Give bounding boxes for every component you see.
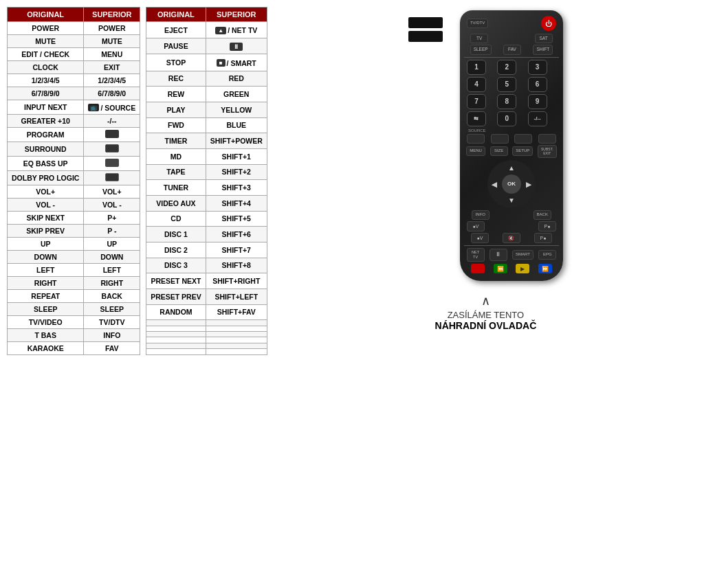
table1-row-19-superior: RIGHT [84, 276, 140, 289]
num-0-button[interactable]: 0 [497, 111, 516, 126]
table2-row-7-original: TIMER [146, 133, 206, 149]
table2-row-7-superior: SHIFT+POWER [206, 133, 267, 149]
table2-header-original: ORIGINAL [146, 8, 206, 22]
table2-row-14-original: DISC 2 [146, 242, 206, 258]
table2-row-10-original: TUNER [146, 180, 206, 196]
red-button[interactable] [471, 264, 485, 273]
pg-down-button[interactable]: P● [534, 233, 552, 243]
num-8-button[interactable]: 8 [497, 94, 516, 109]
sleep-button[interactable]: SLEEP [470, 45, 492, 54]
vol-up-button[interactable]: ●V [467, 221, 485, 231]
menu-button[interactable]: MENU [466, 146, 485, 156]
table1-row-24-original: KARAOKE [8, 341, 84, 354]
nav-left-arrow[interactable]: ◀ [492, 180, 497, 188]
table2-row-23-original [146, 343, 206, 348]
table2-row-13-original: DISC 1 [146, 227, 206, 242]
table2-header-superior: SUPERIOR [206, 8, 267, 22]
table2-row-11-original: VIDEO AUX [146, 195, 206, 211]
num-6-button[interactable]: 6 [528, 77, 547, 92]
icon-row [464, 134, 559, 144]
input-button[interactable]: ⇆ [467, 111, 486, 126]
table2-row-3-superior: RED [206, 71, 267, 87]
tv-sat-row: TV SAT [464, 34, 559, 43]
source-label: SOURCE [468, 128, 486, 133]
table1-row-20-superior: BACK [84, 289, 140, 302]
table1-row-1-superior: MUTE [84, 35, 140, 48]
table1-row-2-original: EDIT / CHECK [8, 48, 84, 61]
table2-row-22-superior [206, 337, 267, 343]
table1-row-14-superior: P+ [84, 211, 140, 224]
dash-button[interactable]: -/-- [528, 111, 547, 126]
black-bars [408, 17, 443, 42]
table1-row-22-original: TV/VIDEO [8, 315, 84, 328]
tv-button[interactable]: TV [470, 34, 488, 43]
ok-button[interactable]: OK [502, 174, 521, 194]
table1-row-15-superior: P - [84, 224, 140, 237]
table-2: ORIGINAL SUPERIOR EJECT▲ / NET TVPAUSE⏸S… [146, 7, 267, 355]
table2-row-20-superior [206, 326, 267, 331]
divider-2 [464, 245, 559, 246]
table2-row-9-superior: SHIFT+2 [206, 164, 267, 180]
table2-row-17-superior: SHIFT+LEFT [206, 289, 267, 304]
number-grid: 1 2 3 4 5 6 7 8 9 ⇆ 0 -/-- [467, 60, 556, 126]
table1-row-19-original: RIGHT [8, 276, 84, 289]
subst-exit-button[interactable]: SUBST.EXIT [538, 145, 557, 158]
num-1-button[interactable]: 1 [467, 60, 486, 75]
ffwd-button[interactable]: ⏩ [538, 264, 552, 273]
mute-button[interactable]: 🔇 [503, 233, 520, 243]
smart-button[interactable]: SMART [512, 250, 534, 260]
square1-button[interactable] [467, 134, 485, 144]
fav-button[interactable]: FAV [503, 45, 521, 54]
pause-button[interactable]: ⏸ [490, 249, 507, 261]
table2-row-12-superior: SHIFT+5 [206, 211, 267, 227]
info-back-row: INFO BACK [464, 210, 559, 220]
table2-row-0-original: EJECT [146, 22, 206, 38]
table2-row-8-superior: SHIFT+1 [206, 148, 267, 164]
table1-row-9-superior [84, 142, 140, 156]
back-button[interactable]: BACK [534, 210, 551, 220]
size-button[interactable]: SIZE [490, 146, 508, 156]
table1-row-22-superior: TV/DTV [84, 315, 140, 328]
table2-row-14-superior: SHIFT+7 [206, 242, 267, 258]
square4-button[interactable] [538, 134, 556, 144]
num-3-button[interactable]: 3 [528, 60, 547, 75]
num-7-button[interactable]: 7 [467, 94, 486, 109]
nav-down-arrow[interactable]: ▼ [508, 196, 515, 204]
vol-down-button[interactable]: ●V [471, 233, 489, 243]
table1-row-6-superior: 📺 / SOURCE [84, 100, 140, 115]
table2-row-5-original: PLAY [146, 102, 206, 117]
table2-row-22-original [146, 337, 206, 343]
nav-up-arrow[interactable]: ▲ [508, 164, 515, 172]
table2-row-6-original: FWD [146, 117, 206, 133]
power-button[interactable]: ⏻ [541, 16, 556, 31]
table1-row-5-original: 6/7/8/9/0 [8, 87, 84, 100]
shift-button[interactable]: SHIFT [533, 45, 553, 54]
num-5-button[interactable]: 5 [497, 77, 516, 92]
pg-up-button[interactable]: P● [538, 221, 556, 231]
num-9-button[interactable]: 9 [528, 94, 547, 109]
tvdtv-button[interactable]: TV/DTV [467, 19, 488, 28]
play-button[interactable]: ▶ [516, 264, 529, 273]
rew-button[interactable]: ⏪ [494, 264, 507, 273]
table1-row-21-superior: SLEEP [84, 302, 140, 315]
remote-section: TV/DTV ⏻ TV SAT SLEEP FAV SHIFT 1 2 3 [274, 7, 697, 331]
colored-buttons-row: ⏪ ▶ ⏩ [467, 264, 556, 273]
square3-button[interactable] [514, 134, 532, 144]
num-2-button[interactable]: 2 [497, 60, 516, 75]
epg-button[interactable]: EPG [538, 250, 556, 260]
square2-button[interactable] [491, 134, 509, 144]
table2-row-24-original [146, 349, 206, 354]
sat-button[interactable]: SAT [535, 34, 553, 43]
footer-line2: NÁHRADNÍ OVLADAČ [435, 320, 537, 331]
num-4-button[interactable]: 4 [467, 77, 486, 92]
table2-row-4-superior: GREEN [206, 87, 267, 102]
info-button[interactable]: INFO [472, 210, 490, 220]
setup-button[interactable]: SETUP [512, 146, 533, 156]
table1-row-1-original: MUTE [8, 35, 84, 48]
table1-row-13-original: VOL - [8, 198, 84, 211]
table2-row-3-original: REC [146, 71, 206, 87]
table2-row-0-superior: ▲ / NET TV [206, 22, 267, 38]
nettv-button[interactable]: NETTV [467, 248, 485, 262]
source-row: SOURCE [464, 128, 559, 133]
nav-right-arrow[interactable]: ▶ [526, 180, 531, 188]
